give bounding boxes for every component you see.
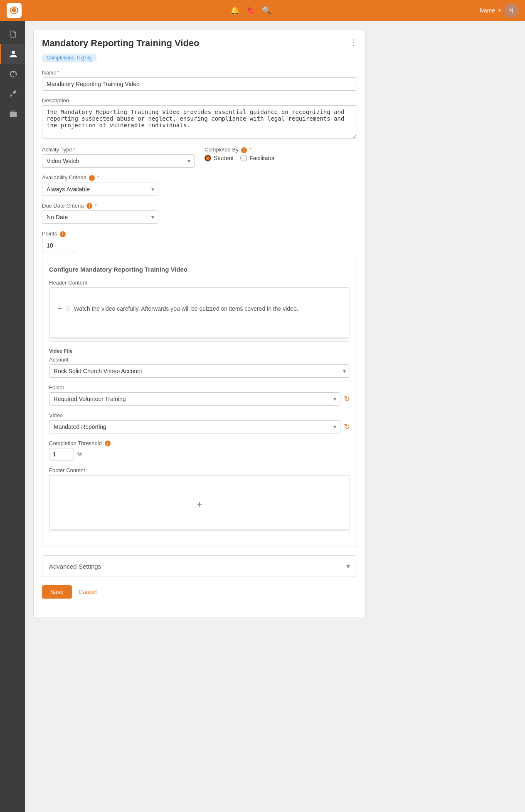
footer-add-icon[interactable]: + bbox=[197, 498, 202, 510]
name-group: Name* bbox=[42, 69, 357, 91]
completed-by-info-icon[interactable]: i bbox=[241, 147, 247, 153]
completions-badge: Completions: 0 (0%) bbox=[42, 54, 96, 62]
username-label[interactable]: Name bbox=[480, 7, 495, 14]
activity-type-select[interactable]: Video Watch Read Assessment bbox=[42, 154, 195, 168]
folder-select-row: Required Volunteer Training ↻ bbox=[49, 392, 350, 406]
video-select[interactable]: Mandated Reporting bbox=[49, 420, 340, 433]
sidebar bbox=[0, 21, 25, 812]
radio-facilitator[interactable]: Facilitator bbox=[240, 155, 275, 161]
activity-type-label: Activity Type* bbox=[42, 146, 195, 153]
folder-refresh-button[interactable]: ↻ bbox=[344, 394, 350, 404]
folder-label: Folder bbox=[49, 384, 350, 391]
threshold-input[interactable] bbox=[49, 448, 74, 460]
description-group: Description The Mandatory Reporting Trai… bbox=[42, 97, 357, 140]
video-select-row: Mandated Reporting ↻ bbox=[49, 420, 350, 433]
configure-title: Configure Mandatory Reporting Training V… bbox=[49, 266, 350, 273]
due-date-select-wrapper: No Date Specific Date Days After Enrollm… bbox=[42, 210, 158, 224]
threshold-info-icon[interactable]: i bbox=[105, 441, 111, 446]
finance-icon bbox=[9, 70, 17, 78]
completion-threshold-group: Completion Threshold i % bbox=[49, 440, 350, 461]
radio-facilitator-input[interactable] bbox=[240, 155, 247, 161]
sidebar-item-finance[interactable] bbox=[0, 64, 25, 84]
avatar[interactable]: N bbox=[504, 3, 518, 17]
footer-content-group: Footer Content + bbox=[49, 467, 350, 533]
footer-scrollbar bbox=[51, 529, 348, 531]
completion-threshold-label: Completion Threshold i bbox=[49, 440, 350, 447]
description-input[interactable]: The Mandatory Reporting Training Video p… bbox=[42, 105, 357, 139]
advanced-chevron-icon: ▾ bbox=[346, 562, 350, 571]
header-content-editor[interactable]: + ⠿ Watch the video carefully. Afterward… bbox=[49, 287, 350, 342]
logo-icon bbox=[9, 5, 19, 15]
account-select[interactable]: Rock Solid Church Vimeo Account bbox=[49, 364, 350, 378]
activity-type-select-wrapper: Video Watch Read Assessment bbox=[42, 154, 195, 168]
advanced-settings-section[interactable]: Advanced Settings ▾ bbox=[42, 555, 357, 577]
header-scrollbar bbox=[51, 337, 348, 339]
availability-select-wrapper: Always Available After Previous Complete… bbox=[42, 183, 158, 196]
folder-select[interactable]: Required Volunteer Training bbox=[49, 392, 340, 406]
availability-select[interactable]: Always Available After Previous Complete… bbox=[42, 183, 158, 196]
avatar-initials: N bbox=[509, 7, 513, 14]
points-group: Points i bbox=[42, 230, 357, 252]
due-date-select[interactable]: No Date Specific Date Days After Enrollm… bbox=[42, 210, 158, 224]
header-add-icon[interactable]: + bbox=[58, 304, 62, 313]
page-header: Mandatory Reporting Training Video ⋮ bbox=[42, 38, 357, 49]
radio-student-input[interactable] bbox=[205, 155, 211, 161]
footer-content-editor[interactable]: + bbox=[49, 475, 350, 533]
footer-content-label: Footer Content bbox=[49, 467, 350, 473]
due-date-info-icon[interactable]: i bbox=[86, 203, 92, 209]
completed-by-col: Completed By i * Student Facilitator bbox=[205, 146, 357, 174]
save-button[interactable]: Save bbox=[42, 585, 72, 599]
document-icon bbox=[9, 30, 17, 38]
due-date-label: Due Date Criteria i * bbox=[42, 203, 357, 209]
search-icon[interactable]: 🔍 bbox=[262, 6, 271, 15]
sidebar-item-tools[interactable] bbox=[0, 84, 25, 104]
app-logo[interactable] bbox=[7, 3, 22, 18]
account-label: Account bbox=[49, 356, 350, 363]
header-content-text: Watch the video carefully. Afterwards yo… bbox=[74, 305, 298, 312]
wrench-icon bbox=[9, 90, 17, 98]
activity-type-group: Activity Type* Video Watch Read Assessme… bbox=[42, 146, 195, 168]
action-row: Save Cancel bbox=[42, 585, 357, 599]
cancel-button[interactable]: Cancel bbox=[79, 589, 97, 595]
top-nav: 🔔 🔖 🔍 Name ▾ N bbox=[0, 0, 525, 21]
description-label: Description bbox=[42, 97, 357, 104]
top-nav-icons: 🔔 🔖 🔍 bbox=[230, 6, 271, 15]
advanced-settings-title: Advanced Settings bbox=[49, 563, 101, 570]
header-content-label: Header Content bbox=[49, 280, 350, 286]
completed-by-radio-group: Student Facilitator bbox=[205, 155, 357, 161]
page-menu-icon[interactable]: ⋮ bbox=[350, 38, 357, 47]
person-icon bbox=[9, 50, 17, 58]
header-content-inner: + ⠿ Watch the video carefully. Afterward… bbox=[49, 288, 350, 322]
activity-type-col: Activity Type* Video Watch Read Assessme… bbox=[42, 146, 195, 174]
sidebar-item-admin[interactable] bbox=[0, 104, 25, 124]
video-refresh-button[interactable]: ↻ bbox=[344, 422, 350, 431]
configure-section: Configure Mandatory Reporting Training V… bbox=[42, 259, 357, 547]
availability-group: Availability Criteria i * Always Availab… bbox=[42, 174, 357, 196]
points-info-icon[interactable]: i bbox=[60, 231, 66, 237]
folder-select-wrapper: Required Volunteer Training bbox=[49, 392, 340, 406]
header-content-group: Header Content + ⠿ Watch the video caref… bbox=[49, 280, 350, 342]
video-label: Video bbox=[49, 412, 350, 418]
points-input[interactable] bbox=[42, 239, 75, 252]
video-select-wrapper: Mandated Reporting bbox=[49, 420, 340, 433]
percent-label: % bbox=[77, 451, 82, 458]
header-drag-icon[interactable]: ⠿ bbox=[66, 305, 71, 313]
sidebar-item-person[interactable] bbox=[0, 44, 25, 64]
top-nav-right: Name ▾ N bbox=[480, 3, 518, 17]
bookmark-icon[interactable]: 🔖 bbox=[246, 6, 255, 15]
account-select-wrapper: Rock Solid Church Vimeo Account bbox=[49, 364, 350, 378]
page-card: Mandatory Reporting Training Video ⋮ Com… bbox=[33, 29, 366, 617]
notification-icon[interactable]: 🔔 bbox=[230, 6, 239, 15]
account-group: Account Rock Solid Church Vimeo Account bbox=[49, 356, 350, 378]
availability-info-icon[interactable]: i bbox=[89, 175, 95, 181]
name-label: Name* bbox=[42, 69, 357, 76]
name-input[interactable] bbox=[42, 77, 357, 91]
radio-student[interactable]: Student bbox=[205, 155, 234, 161]
activity-completed-row: Activity Type* Video Watch Read Assessme… bbox=[42, 146, 357, 174]
sidebar-item-dashboard[interactable] bbox=[0, 24, 25, 44]
points-label: Points i bbox=[42, 230, 357, 237]
username-chevron[interactable]: ▾ bbox=[498, 7, 501, 13]
due-date-group: Due Date Criteria i * No Date Specific D… bbox=[42, 203, 357, 224]
completed-by-group: Completed By i * Student Facilitator bbox=[205, 146, 357, 161]
page-title: Mandatory Reporting Training Video bbox=[42, 38, 200, 49]
